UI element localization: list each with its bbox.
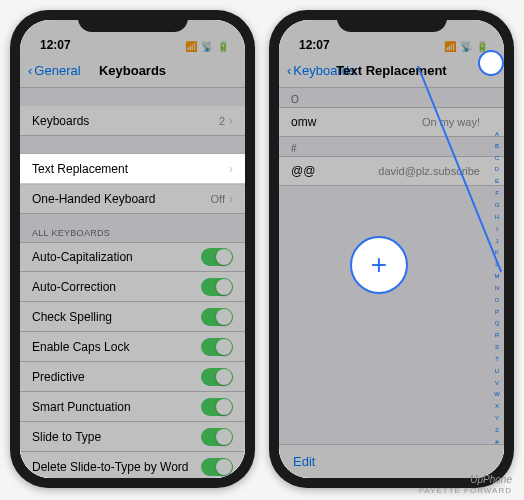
status-icons: 📶 📡 🔋 bbox=[185, 41, 229, 52]
annotation-plus-large: + bbox=[350, 236, 408, 294]
toggle-row[interactable]: Predictive bbox=[20, 362, 245, 392]
alpha-letter[interactable]: N bbox=[492, 285, 502, 291]
wifi-icon: 📡 bbox=[201, 41, 213, 52]
alpha-index[interactable]: ABCDEFGHIJKLMNOPQRSTUVWXYZ# bbox=[492, 128, 502, 448]
alpha-letter[interactable]: W bbox=[492, 391, 502, 397]
toggle-row[interactable]: Smart Punctuation bbox=[20, 392, 245, 422]
alpha-letter[interactable]: M bbox=[492, 273, 502, 279]
watermark: UpPhone PAYETTE FORWARD bbox=[419, 474, 512, 496]
chevron-left-icon: ‹ bbox=[287, 63, 291, 78]
toggle-label: Smart Punctuation bbox=[32, 400, 131, 414]
toggle-label: Delete Slide-to-Type by Word bbox=[32, 460, 189, 474]
wifi-icon: 📡 bbox=[460, 41, 472, 52]
edit-button[interactable]: Edit bbox=[293, 454, 315, 469]
chevron-right-icon: › bbox=[229, 162, 233, 176]
alpha-letter[interactable]: S bbox=[492, 344, 502, 350]
alpha-letter[interactable]: G bbox=[492, 202, 502, 208]
section-header: ALL KEYBOARDS bbox=[20, 214, 245, 242]
phrase-text: On my way! bbox=[422, 116, 490, 128]
section-letter: # bbox=[279, 137, 504, 156]
cell-one-handed[interactable]: One-Handed Keyboard Off › bbox=[20, 184, 245, 214]
back-label: General bbox=[34, 63, 80, 78]
toggle-label: Predictive bbox=[32, 370, 85, 384]
alpha-letter[interactable]: D bbox=[492, 166, 502, 172]
nav-bar: ‹ Keyboards Text Replacement + bbox=[279, 54, 504, 88]
phone-left: 12:07 📶 📡 🔋 ‹ General Keyboards Keyboard… bbox=[10, 10, 255, 488]
alpha-letter[interactable]: # bbox=[492, 439, 502, 445]
replacement-row[interactable]: omwOn my way! bbox=[279, 107, 504, 137]
alpha-letter[interactable]: B bbox=[492, 143, 502, 149]
cell-keyboards-count[interactable]: Keyboards 2 › bbox=[20, 106, 245, 136]
notch bbox=[337, 10, 447, 32]
battery-icon: 🔋 bbox=[217, 41, 229, 52]
toggle-switch[interactable] bbox=[201, 338, 233, 356]
alpha-letter[interactable]: O bbox=[492, 297, 502, 303]
signal-icon: 📶 bbox=[444, 41, 456, 52]
alpha-letter[interactable]: T bbox=[492, 356, 502, 362]
signal-icon: 📶 bbox=[185, 41, 197, 52]
toggle-label: Slide to Type bbox=[32, 430, 101, 444]
cell-label: One-Handed Keyboard bbox=[32, 192, 155, 206]
phrase-text: david@plz.subscribe bbox=[378, 165, 490, 177]
alpha-letter[interactable]: V bbox=[492, 380, 502, 386]
toggle-label: Enable Caps Lock bbox=[32, 340, 129, 354]
toggle-row[interactable]: Auto-Correction bbox=[20, 272, 245, 302]
toggle-label: Auto-Correction bbox=[32, 280, 116, 294]
page-title: Keyboards bbox=[99, 63, 166, 78]
alpha-letter[interactable]: A bbox=[492, 131, 502, 137]
toggle-label: Check Spelling bbox=[32, 310, 112, 324]
toggle-switch[interactable] bbox=[201, 458, 233, 476]
alpha-letter[interactable]: Q bbox=[492, 320, 502, 326]
notch bbox=[78, 10, 188, 32]
toggle-switch[interactable] bbox=[201, 248, 233, 266]
cell-label: Keyboards bbox=[32, 114, 89, 128]
status-time: 12:07 bbox=[40, 38, 71, 52]
toggle-row[interactable]: Delete Slide-to-Type by Word bbox=[20, 452, 245, 478]
chevron-left-icon: ‹ bbox=[28, 63, 32, 78]
toggle-row[interactable]: Auto-Capitalization bbox=[20, 242, 245, 272]
alpha-letter[interactable]: E bbox=[492, 178, 502, 184]
cell-detail: 2 › bbox=[219, 114, 233, 128]
alpha-letter[interactable]: U bbox=[492, 368, 502, 374]
alpha-letter[interactable]: H bbox=[492, 214, 502, 220]
cell-detail: Off › bbox=[211, 192, 233, 206]
section-letter: O bbox=[279, 88, 504, 107]
alpha-letter[interactable]: F bbox=[492, 190, 502, 196]
toggle-row[interactable]: Enable Caps Lock bbox=[20, 332, 245, 362]
content: Keyboards 2 › Text Replacement › One-Han… bbox=[20, 88, 245, 478]
alpha-letter[interactable]: Y bbox=[492, 415, 502, 421]
toggle-label: Auto-Capitalization bbox=[32, 250, 133, 264]
toggle-row[interactable]: Check Spelling bbox=[20, 302, 245, 332]
nav-bar: ‹ General Keyboards bbox=[20, 54, 245, 88]
alpha-letter[interactable]: X bbox=[492, 403, 502, 409]
toggle-switch[interactable] bbox=[201, 278, 233, 296]
shortcut-text: omw bbox=[291, 115, 316, 129]
toggle-switch[interactable] bbox=[201, 368, 233, 386]
toggle-switch[interactable] bbox=[201, 308, 233, 326]
page-title: Text Replacement bbox=[336, 63, 446, 78]
cell-text-replacement[interactable]: Text Replacement › bbox=[20, 154, 245, 184]
toggle-switch[interactable] bbox=[201, 398, 233, 416]
chevron-right-icon: › bbox=[229, 192, 233, 206]
back-button[interactable]: ‹ General bbox=[28, 63, 81, 78]
toggle-switch[interactable] bbox=[201, 428, 233, 446]
annotation-plus-target bbox=[478, 50, 504, 76]
alpha-letter[interactable]: J bbox=[492, 238, 502, 244]
bottom-toolbar: Edit bbox=[279, 444, 504, 478]
shortcut-text: @@ bbox=[291, 164, 315, 178]
alpha-letter[interactable]: Z bbox=[492, 427, 502, 433]
alpha-letter[interactable]: I bbox=[492, 226, 502, 232]
alpha-letter[interactable]: R bbox=[492, 332, 502, 338]
alpha-letter[interactable]: C bbox=[492, 155, 502, 161]
alpha-letter[interactable]: P bbox=[492, 309, 502, 315]
status-time: 12:07 bbox=[299, 38, 330, 52]
status-icons: 📶 📡 🔋 bbox=[444, 41, 488, 52]
toggle-row[interactable]: Slide to Type bbox=[20, 422, 245, 452]
screen-keyboards: 12:07 📶 📡 🔋 ‹ General Keyboards Keyboard… bbox=[20, 20, 245, 478]
cell-label: Text Replacement bbox=[32, 162, 128, 176]
replacement-row[interactable]: @@david@plz.subscribe bbox=[279, 156, 504, 186]
chevron-right-icon: › bbox=[229, 114, 233, 128]
